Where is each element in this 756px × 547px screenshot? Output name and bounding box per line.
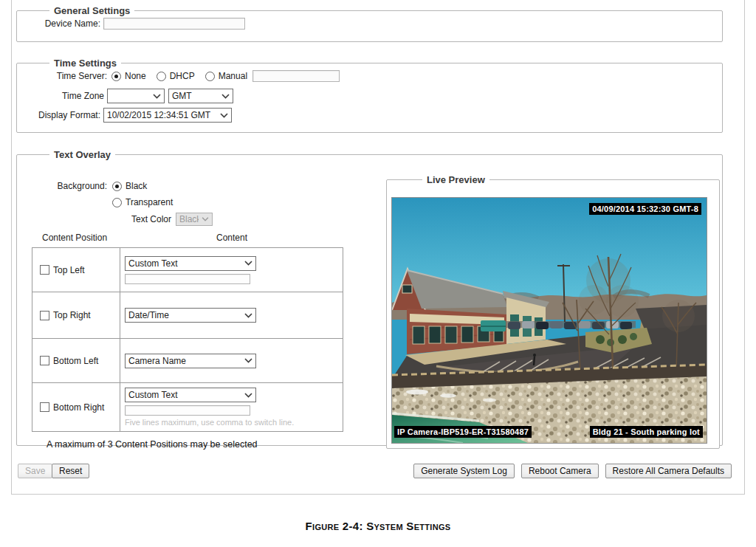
top-left-checkbox[interactable] xyxy=(40,265,49,275)
custom-text-hint: Five lines maximum, use comma to switch … xyxy=(125,418,343,427)
time-server-label: Time Server: xyxy=(17,71,107,81)
live-preview-legend: Live Preview xyxy=(422,174,489,185)
table-row-top-right: Top Right Date/Time xyxy=(32,292,343,339)
top-left-custom-text-input[interactable] xyxy=(125,274,250,284)
time-server-manual-label: Manual xyxy=(219,71,247,81)
background-black-radio[interactable] xyxy=(112,182,122,191)
bottom-right-checkbox[interactable] xyxy=(40,402,49,412)
bottom-left-checkbox[interactable] xyxy=(40,356,49,365)
top-right-checkbox[interactable] xyxy=(40,311,49,320)
text-color-select: Black xyxy=(176,213,213,226)
time-server-none-label: None xyxy=(125,71,146,81)
background-transparent-label: Transparent xyxy=(126,197,173,207)
max-positions-note: A maximum of 3 Content Positions may be … xyxy=(47,439,258,450)
time-server-dhcp-radio[interactable] xyxy=(157,72,166,81)
bottom-right-custom-text-input[interactable] xyxy=(125,405,250,416)
chevron-down-icon xyxy=(244,393,252,398)
table-row-top-left: Top Left Custom Text xyxy=(32,248,343,292)
live-preview-fieldset: Live Preview xyxy=(386,174,720,449)
chevron-down-icon xyxy=(244,358,252,363)
restore-defaults-button[interactable]: Restore All Camera Defaults xyxy=(605,464,732,478)
reboot-camera-button[interactable]: Reboot Camera xyxy=(521,464,599,478)
general-settings-fieldset: General Settings Device Name: xyxy=(16,5,723,42)
chevron-down-icon xyxy=(221,94,230,99)
background-label: Background: xyxy=(17,181,107,191)
chevron-down-icon xyxy=(220,113,228,118)
chevron-down-icon xyxy=(202,217,209,221)
settings-panel: General Settings Device Name: Time Setti… xyxy=(11,0,745,495)
bottom-right-label: Bottom Right xyxy=(53,402,104,413)
content-position-header: Content Position xyxy=(42,233,107,243)
text-color-label: Text Color xyxy=(17,214,171,224)
time-server-manual-radio[interactable] xyxy=(205,72,215,81)
save-button[interactable]: Save xyxy=(18,464,52,478)
chevron-down-icon xyxy=(153,94,161,99)
time-zone-city-select[interactable]: GMT xyxy=(168,89,233,103)
timestamp-overlay: 04/09/2014 15:32:30 GMT-8 xyxy=(589,203,701,215)
text-overlay-legend: Text Overlay xyxy=(49,149,115,160)
generate-system-log-button[interactable]: Generate System Log xyxy=(413,464,515,478)
camera-name-overlay: IP Camera-IBP519-ER-T31580487 xyxy=(394,426,532,438)
top-left-label: Top Left xyxy=(53,265,85,275)
bottom-right-content-select[interactable]: Custom Text xyxy=(125,388,256,402)
system-settings-page: General Settings Device Name: Time Setti… xyxy=(0,0,756,547)
button-bar: Save Reset Generate System Log Reboot Ca… xyxy=(12,464,746,480)
display-format-label: Display Format: xyxy=(17,110,100,120)
top-right-content-select[interactable]: Date/Time xyxy=(125,308,256,323)
time-settings-legend: Time Settings xyxy=(49,58,121,69)
time-zone-label: Time Zone xyxy=(17,91,104,101)
figure-caption: Figure 2-4: System Settings xyxy=(0,520,756,532)
top-left-content-select[interactable]: Custom Text xyxy=(125,256,256,271)
time-server-dhcp-label: DHCP xyxy=(170,71,195,81)
reset-button[interactable]: Reset xyxy=(52,464,89,478)
manual-time-server-input[interactable] xyxy=(252,70,340,82)
bottom-left-label: Bottom Left xyxy=(53,356,98,366)
text-overlay-fieldset: Text Overlay Background: Black Transpare… xyxy=(16,149,723,446)
time-settings-fieldset: Time Settings Time Server: None DHCP Man… xyxy=(16,58,723,133)
top-right-label: Top Right xyxy=(53,310,91,320)
content-header: Content xyxy=(216,233,247,243)
general-settings-legend: General Settings xyxy=(49,5,134,16)
table-row-bottom-right: Bottom Right Custom Text Five lines maxi… xyxy=(32,383,343,431)
device-name-label: Device Name: xyxy=(17,18,100,29)
parking-lot-scene xyxy=(392,198,707,443)
table-row-bottom-left: Bottom Left Camera Name xyxy=(32,339,343,383)
camera-preview-image: 04/09/2014 15:32:30 GMT-8 IP Camera-IBP5… xyxy=(391,197,707,444)
background-transparent-radio[interactable] xyxy=(112,198,122,207)
time-server-none-radio[interactable] xyxy=(111,72,121,81)
bottom-left-content-select[interactable]: Camera Name xyxy=(125,354,256,368)
content-position-table: Top Left Custom Text xyxy=(32,247,343,432)
time-zone-region-select[interactable] xyxy=(107,89,165,103)
chevron-down-icon xyxy=(244,313,252,318)
custom-text-overlay: Bldg 21 - South parking lot xyxy=(590,426,703,438)
chevron-down-icon xyxy=(244,261,252,266)
display-format-select[interactable]: 10/02/2015 12:34:51 GMT xyxy=(103,108,232,123)
background-black-label: Black xyxy=(126,181,147,191)
device-name-input[interactable] xyxy=(103,18,245,30)
